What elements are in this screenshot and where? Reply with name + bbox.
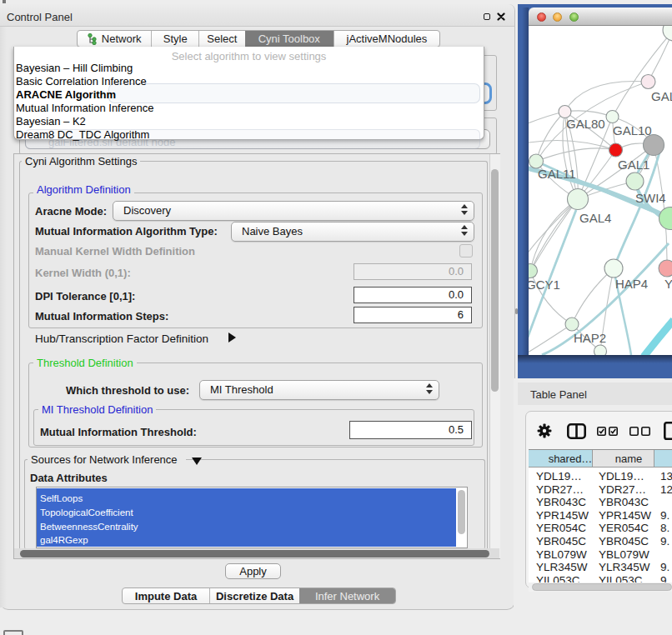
svg-text:YJL: YJL <box>664 277 672 291</box>
svg-text:SWI4: SWI4 <box>635 191 666 205</box>
svg-text:HAP2: HAP2 <box>574 331 606 345</box>
svg-text:GAL7: GAL7 <box>651 89 672 103</box>
svg-text:GAL4: GAL4 <box>579 211 611 225</box>
svg-text:GAL1: GAL1 <box>618 158 649 172</box>
svg-text:GAL80: GAL80 <box>566 117 605 131</box>
svg-text:GAL10: GAL10 <box>613 123 652 138</box>
svg-text:GCY1: GCY1 <box>529 278 560 292</box>
svg-text:HAP4: HAP4 <box>615 277 648 291</box>
svg-text:GAL11: GAL11 <box>538 167 576 181</box>
